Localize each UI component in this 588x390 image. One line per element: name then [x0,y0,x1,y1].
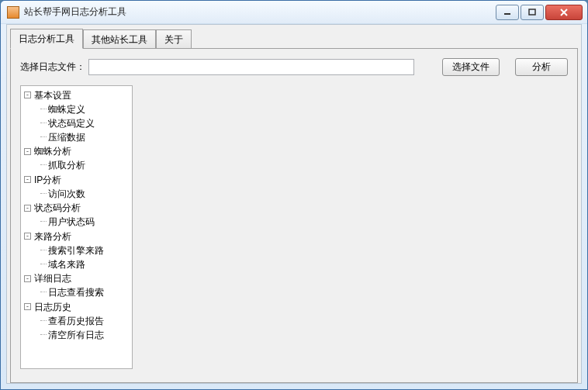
window-title: 站长帮手网日志分析工具 [24,5,496,19]
close-button[interactable] [545,5,583,20]
window-buttons [496,5,583,20]
titlebar[interactable]: 站长帮手网日志分析工具 [1,1,587,24]
tab-0[interactable]: 日志分析工具 [10,29,83,49]
tree-node[interactable]: 日志查看搜索 [49,285,132,299]
app-window: 站长帮手网日志分析工具 日志分析工具其他站长工具关于 选择日志文件： 选择文件 … [0,0,588,390]
tree-node[interactable]: 搜索引擎来路 [49,243,132,257]
collapse-icon[interactable]: - [24,148,31,155]
tree-node-label: 蜘蛛定义 [48,103,85,116]
tab-panel-log-analysis: 选择日志文件： 选择文件 分析 -基本设置蜘蛛定义状态码定义压缩数据-蜘蛛分析抓… [10,48,578,383]
maximize-button[interactable] [521,5,544,20]
tree-node[interactable]: -来路分析 [35,230,132,243]
tree-node-label: 访问次数 [48,188,85,200]
tree-node-label: 状态码定义 [48,117,95,129]
tree-node-label: 详细日志 [34,272,71,285]
analyze-button[interactable]: 分析 [515,58,568,76]
tree-node[interactable]: -蜘蛛分析 [35,144,132,158]
tree-node[interactable]: -基本设置 [35,88,132,102]
tree-node-label: IP分析 [34,174,61,186]
tree-node[interactable]: 域名来路 [49,257,132,271]
app-icon [7,6,19,19]
tree-node[interactable]: 清空所有日志 [49,328,132,342]
tree-node-label: 日志历史 [34,301,71,313]
tree-node[interactable]: 访问次数 [49,187,132,201]
tab-1[interactable]: 其他站长工具 [83,29,156,49]
tree-node-label: 压缩数据 [48,131,85,143]
tab-2[interactable]: 关于 [156,29,192,49]
tree-node-label: 抓取分析 [48,159,85,171]
tree-node-label: 状态码分析 [34,202,81,214]
log-file-input[interactable] [88,59,414,75]
tree-node[interactable]: -IP分析 [35,173,132,187]
tree-node[interactable]: 查看历史报告 [49,314,132,328]
tree-node-label: 来路分析 [34,230,71,243]
tab-strip: 日志分析工具其他站长工具关于 [7,25,581,48]
tree-node-label: 查看历史报告 [48,315,104,327]
minimize-button[interactable] [496,5,519,20]
collapse-icon[interactable]: - [24,233,31,240]
tree-node-label: 日志查看搜索 [48,286,104,299]
tree-node[interactable]: 抓取分析 [49,158,132,172]
file-label: 选择日志文件： [20,60,85,74]
tree-node-label: 蜘蛛分析 [34,145,71,157]
collapse-icon[interactable]: - [24,91,31,98]
collapse-icon[interactable]: - [24,176,31,183]
tree-node[interactable]: -详细日志 [35,271,132,285]
tree-node-label: 用户状态码 [48,216,95,228]
tree-node-label: 基本设置 [34,89,71,102]
tree-node[interactable]: -状态码分析 [35,201,132,215]
svg-rect-1 [529,9,535,15]
collapse-icon[interactable]: - [24,205,31,212]
tree-node[interactable]: -日志历史 [35,300,132,314]
tree-node-label: 域名来路 [48,258,85,271]
collapse-icon[interactable]: - [24,303,31,310]
browse-button[interactable]: 选择文件 [442,58,500,76]
tree-node[interactable]: 压缩数据 [49,130,132,144]
category-tree[interactable]: -基本设置蜘蛛定义状态码定义压缩数据-蜘蛛分析抓取分析-IP分析访问次数-状态码… [20,85,133,369]
collapse-icon[interactable]: - [24,275,31,282]
client-area: 日志分析工具其他站长工具关于 选择日志文件： 选择文件 分析 -基本设置蜘蛛定义… [6,24,582,384]
tree-node[interactable]: 用户状态码 [49,215,132,229]
tree-node[interactable]: 蜘蛛定义 [49,102,132,116]
tree-node[interactable]: 状态码定义 [49,116,132,130]
file-picker-row: 选择日志文件： 选择文件 分析 [20,58,568,76]
tree-node-label: 清空所有日志 [48,329,104,341]
tree-node-label: 搜索引擎来路 [48,244,104,257]
